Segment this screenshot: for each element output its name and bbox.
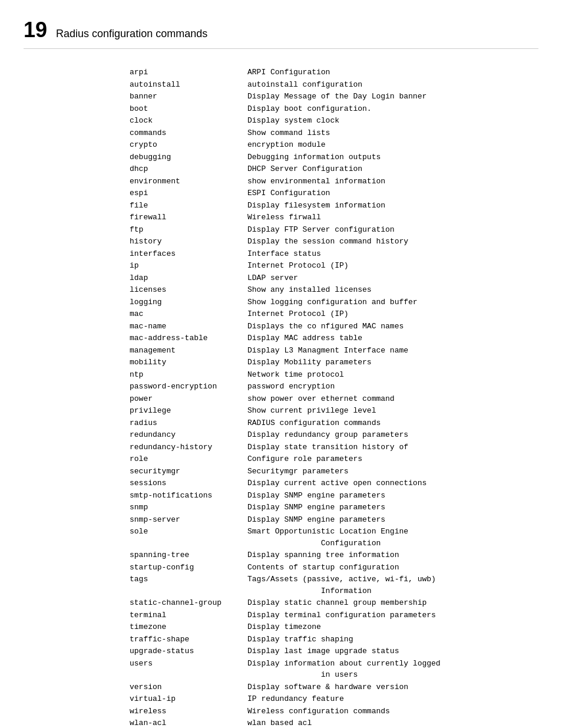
command-description: Display filesystem information [247, 200, 538, 212]
command-description: Display Mobility parameters [247, 357, 538, 368]
command-row: ntpNetwork time protocol [130, 369, 538, 381]
command-description: Display static channel group membership [247, 597, 538, 609]
command-description: Show logging configuration and buffer [247, 297, 538, 308]
command-row: securitymgrSecuritymgr parameters [130, 466, 538, 477]
command-row: environmentshow environmental informatio… [130, 176, 538, 187]
command-description: autoinstall configuration [247, 79, 538, 91]
command-description: DHCP Server Configuration [247, 163, 538, 175]
command-name: clock [130, 115, 247, 127]
command-description: Wireless firwall [247, 212, 538, 223]
command-name: traffic-shape [130, 634, 247, 645]
command-row: mac-address-tableDisplay MAC address tab… [130, 332, 538, 344]
command-row: interfacesInterface status [130, 248, 538, 260]
command-name: password-encryption [130, 381, 247, 393]
command-name: firewall [130, 212, 247, 223]
command-description: Display system clock [247, 115, 538, 127]
command-name: wireless [130, 706, 247, 717]
command-description: RADIUS configuration commands [247, 417, 538, 429]
command-name: ldap [130, 272, 247, 284]
command-row: macInternet Protocol (IP) [130, 308, 538, 320]
command-name: timezone [130, 621, 247, 633]
command-name: sessions [130, 477, 247, 489]
command-name: commands [130, 127, 247, 139]
command-name: sole [130, 526, 247, 549]
command-description: show environmental information [247, 176, 538, 187]
command-name: logging [130, 297, 247, 308]
command-row: tagsTags/Assets (passive, active, wi-fi,… [130, 574, 538, 597]
command-row: dhcpDHCP Server Configuration [130, 163, 538, 175]
command-name: users [130, 658, 247, 681]
command-description: Show current privilege level [247, 405, 538, 417]
page-header: 19 Radius configuration commands [24, 18, 538, 49]
command-row: terminalDisplay terminal configuration p… [130, 610, 538, 621]
command-name: power [130, 393, 247, 405]
command-row: versionDisplay software & hardware versi… [130, 681, 538, 693]
command-row: managementDisplay L3 Managment Interface… [130, 345, 538, 357]
command-row: startup-configContents of startup config… [130, 562, 538, 574]
command-row: fileDisplay filesystem information [130, 200, 538, 212]
command-row: clockDisplay system clock [130, 115, 538, 127]
command-name: ftp [130, 224, 247, 236]
command-description: Internet Protocol (IP) [247, 308, 538, 320]
command-description: Display SNMP engine parameters [247, 514, 538, 526]
command-name: espi [130, 187, 247, 199]
command-row: soleSmart Opportunistic Location Engine … [130, 526, 538, 549]
command-name: environment [130, 176, 247, 187]
command-description: Network time protocol [247, 369, 538, 381]
command-row: spanning-treeDisplay spanning tree infor… [130, 549, 538, 561]
command-row: radiusRADIUS configuration commands [130, 417, 538, 429]
command-name: mac [130, 308, 247, 320]
command-name: snmp [130, 502, 247, 513]
command-row: redundancy-historyDisplay state transiti… [130, 442, 538, 453]
command-description: Display SNMP engine parameters [247, 490, 538, 502]
command-name: arpi [130, 67, 247, 78]
command-row: arpiARPI Configuration [130, 67, 538, 78]
command-table: arpiARPI Configurationautoinstallautoins… [130, 67, 538, 728]
command-row: historyDisplay the session command histo… [130, 236, 538, 248]
command-name: securitymgr [130, 466, 247, 477]
command-row: roleConfigure role parameters [130, 453, 538, 465]
command-description: Show command lists [247, 127, 538, 139]
command-row: ipInternet Protocol (IP) [130, 260, 538, 272]
command-name: boot [130, 103, 247, 115]
command-name: virtual-ip [130, 693, 247, 705]
command-row: smtp-notificationsDisplay SNMP engine pa… [130, 490, 538, 502]
command-name: spanning-tree [130, 549, 247, 561]
command-row: commandsShow command lists [130, 127, 538, 139]
command-description: wlan based acl [247, 717, 538, 728]
command-row: ftpDisplay FTP Server configuration [130, 224, 538, 236]
command-name: management [130, 345, 247, 357]
command-description: Display current active open connections [247, 477, 538, 489]
command-description: Interface status [247, 248, 538, 260]
command-description: Wireless configuration commands [247, 706, 538, 717]
command-name: file [130, 200, 247, 212]
command-description: ESPI Configuration [247, 187, 538, 199]
command-description: ARPI Configuration [247, 67, 538, 78]
command-description: Display information about currently logg… [247, 658, 538, 681]
command-name: privilege [130, 405, 247, 417]
command-description: password encryption [247, 381, 538, 393]
command-description: Display L3 Managment Interface name [247, 345, 538, 357]
command-description: Show any installed licenses [247, 284, 538, 296]
chapter-number: 19 [24, 18, 47, 42]
command-name: dhcp [130, 163, 247, 175]
command-name: tags [130, 574, 247, 597]
command-description: Display state transition history of [247, 442, 538, 453]
command-description: Smart Opportunistic Location Engine Conf… [247, 526, 538, 549]
command-name: radius [130, 417, 247, 429]
command-row: bannerDisplay Message of the Day Login b… [130, 91, 538, 103]
command-description: Display SNMP engine parameters [247, 502, 538, 513]
command-name: mac-address-table [130, 332, 247, 344]
chapter-title: Radius configuration commands [56, 28, 207, 40]
command-description: Debugging information outputs [247, 151, 538, 163]
command-name: interfaces [130, 248, 247, 260]
command-description: Display Message of the Day Login banner [247, 91, 538, 103]
command-description: Displays the co nfigured MAC names [247, 321, 538, 332]
command-row: licensesShow any installed licenses [130, 284, 538, 296]
command-name: startup-config [130, 562, 247, 574]
command-name: mobility [130, 357, 247, 368]
command-row: espiESPI Configuration [130, 187, 538, 199]
command-row: firewallWireless firwall [130, 212, 538, 223]
command-name: version [130, 681, 247, 693]
command-description: Display redundancy group parameters [247, 429, 538, 441]
